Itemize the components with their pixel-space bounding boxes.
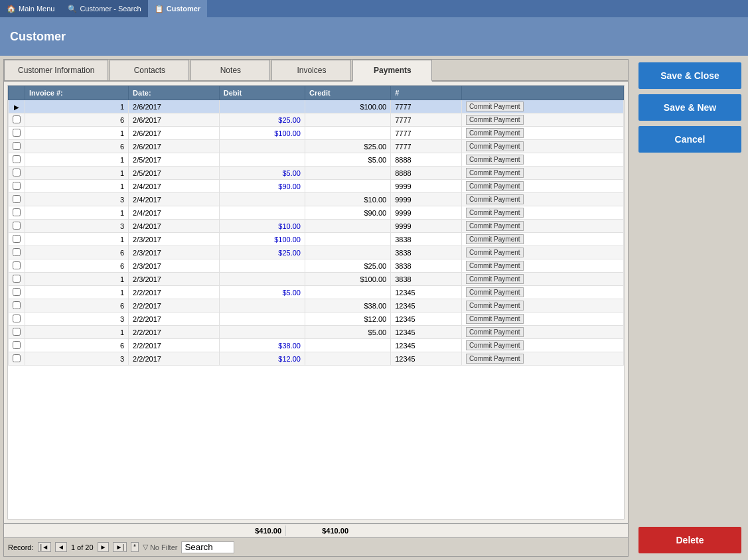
table-row[interactable]: 12/2/2017$5.0012345Commit Payment bbox=[9, 286, 624, 299]
row-action[interactable]: Commit Payment bbox=[461, 273, 623, 286]
row-action[interactable]: Commit Payment bbox=[461, 140, 623, 153]
row-selector[interactable] bbox=[9, 259, 25, 273]
row-action[interactable]: Commit Payment bbox=[461, 259, 623, 273]
commit-payment-button[interactable]: Commit Payment bbox=[466, 128, 524, 138]
row-action[interactable]: Commit Payment bbox=[461, 220, 623, 233]
row-selector[interactable] bbox=[9, 206, 25, 220]
row-checkbox[interactable] bbox=[13, 328, 21, 336]
tab-customer-search[interactable]: 🔍 Customer - Search bbox=[61, 0, 147, 17]
row-selector[interactable] bbox=[9, 339, 25, 352]
commit-payment-button[interactable]: Commit Payment bbox=[466, 234, 524, 244]
table-row[interactable]: 62/3/2017$25.003838Commit Payment bbox=[9, 259, 624, 273]
row-selector[interactable] bbox=[9, 299, 25, 313]
row-action[interactable]: Commit Payment bbox=[461, 246, 623, 259]
table-row[interactable]: 62/3/2017$25.003838Commit Payment bbox=[9, 246, 624, 259]
row-action[interactable]: Commit Payment bbox=[461, 100, 623, 113]
delete-button[interactable]: Delete bbox=[638, 527, 741, 553]
commit-payment-button[interactable]: Commit Payment bbox=[466, 247, 524, 257]
tab-payments[interactable]: Payments bbox=[352, 60, 432, 82]
search-input[interactable] bbox=[181, 541, 234, 553]
row-checkbox[interactable] bbox=[13, 288, 21, 296]
row-checkbox[interactable] bbox=[13, 142, 21, 150]
tab-invoices[interactable]: Invoices bbox=[271, 60, 351, 80]
row-checkbox[interactable] bbox=[13, 129, 21, 137]
table-row[interactable]: 12/4/2017$90.009999Commit Payment bbox=[9, 206, 624, 220]
tab-contacts[interactable]: Contacts bbox=[110, 60, 189, 80]
nav-prev[interactable]: ◄ bbox=[55, 542, 67, 552]
row-selector[interactable] bbox=[9, 273, 25, 286]
row-action[interactable]: Commit Payment bbox=[461, 206, 623, 220]
commit-payment-button[interactable]: Commit Payment bbox=[466, 261, 524, 271]
row-selector[interactable] bbox=[9, 286, 25, 299]
commit-payment-button[interactable]: Commit Payment bbox=[466, 208, 524, 218]
table-row[interactable]: 12/2/2017$5.0012345Commit Payment bbox=[9, 326, 624, 339]
row-action[interactable]: Commit Payment bbox=[461, 286, 623, 299]
row-checkbox[interactable] bbox=[13, 155, 21, 163]
table-row[interactable]: 62/6/2017$25.007777Commit Payment bbox=[9, 140, 624, 153]
row-action[interactable]: Commit Payment bbox=[461, 153, 623, 167]
commit-payment-button[interactable]: Commit Payment bbox=[466, 274, 524, 284]
row-selector[interactable] bbox=[9, 220, 25, 233]
table-row[interactable]: 12/3/2017$100.003838Commit Payment bbox=[9, 273, 624, 286]
nav-last[interactable]: ►| bbox=[113, 542, 127, 552]
payments-table-container[interactable]: Invoice #: Date: Debit Credit # ▶12/6/20… bbox=[7, 85, 625, 520]
table-row[interactable]: 32/2/2017$12.0012345Commit Payment bbox=[9, 313, 624, 326]
tab-customer-info[interactable]: Customer Information bbox=[4, 60, 108, 80]
row-checkbox[interactable] bbox=[13, 341, 21, 349]
commit-payment-button[interactable]: Commit Payment bbox=[466, 194, 524, 204]
commit-payment-button[interactable]: Commit Payment bbox=[466, 314, 524, 324]
row-action[interactable]: Commit Payment bbox=[461, 339, 623, 352]
row-checkbox[interactable] bbox=[13, 115, 21, 123]
commit-payment-button[interactable]: Commit Payment bbox=[466, 340, 524, 350]
row-selector[interactable] bbox=[9, 326, 25, 339]
row-checkbox[interactable] bbox=[13, 195, 21, 203]
row-checkbox[interactable] bbox=[13, 315, 21, 322]
row-selector[interactable] bbox=[9, 113, 25, 127]
table-row[interactable]: 32/2/2017$12.0012345Commit Payment bbox=[9, 352, 624, 366]
row-selector[interactable] bbox=[9, 233, 25, 246]
row-checkbox[interactable] bbox=[13, 354, 21, 362]
row-action[interactable]: Commit Payment bbox=[461, 326, 623, 339]
commit-payment-button[interactable]: Commit Payment bbox=[466, 181, 524, 191]
row-action[interactable]: Commit Payment bbox=[461, 193, 623, 206]
row-selector[interactable] bbox=[9, 246, 25, 259]
row-checkbox[interactable] bbox=[13, 261, 21, 269]
table-row[interactable]: 62/2/2017$38.0012345Commit Payment bbox=[9, 339, 624, 352]
row-checkbox[interactable] bbox=[13, 248, 21, 256]
save-new-button[interactable]: Save & New bbox=[638, 94, 741, 121]
row-selector[interactable] bbox=[9, 167, 25, 180]
row-checkbox[interactable] bbox=[13, 182, 21, 190]
row-action[interactable]: Commit Payment bbox=[461, 313, 623, 326]
row-selector[interactable] bbox=[9, 140, 25, 153]
table-row[interactable]: 62/6/2017$25.007777Commit Payment bbox=[9, 113, 624, 127]
commit-payment-button[interactable]: Commit Payment bbox=[466, 354, 524, 364]
row-checkbox[interactable] bbox=[13, 235, 21, 243]
commit-payment-button[interactable]: Commit Payment bbox=[466, 301, 524, 311]
row-checkbox[interactable] bbox=[13, 222, 21, 230]
commit-payment-button[interactable]: Commit Payment bbox=[466, 221, 524, 231]
row-selector[interactable] bbox=[9, 352, 25, 366]
save-close-button[interactable]: Save & Close bbox=[638, 62, 741, 89]
row-action[interactable]: Commit Payment bbox=[461, 180, 623, 193]
commit-payment-button[interactable]: Commit Payment bbox=[466, 327, 524, 337]
row-checkbox[interactable] bbox=[13, 301, 21, 309]
row-selector[interactable] bbox=[9, 127, 25, 140]
nav-first[interactable]: |◄ bbox=[38, 542, 52, 552]
table-row[interactable]: 12/4/2017$90.009999Commit Payment bbox=[9, 180, 624, 193]
row-selector[interactable] bbox=[9, 180, 25, 193]
table-row[interactable]: ▶12/6/2017$100.007777Commit Payment bbox=[9, 100, 624, 113]
table-row[interactable]: 32/4/2017$10.009999Commit Payment bbox=[9, 193, 624, 206]
row-action[interactable]: Commit Payment bbox=[461, 233, 623, 246]
row-selector[interactable] bbox=[9, 153, 25, 167]
row-action[interactable]: Commit Payment bbox=[461, 299, 623, 313]
row-action[interactable]: Commit Payment bbox=[461, 352, 623, 366]
row-action[interactable]: Commit Payment bbox=[461, 113, 623, 127]
table-row[interactable]: 12/5/2017$5.008888Commit Payment bbox=[9, 167, 624, 180]
row-selector[interactable] bbox=[9, 193, 25, 206]
commit-payment-button[interactable]: Commit Payment bbox=[466, 115, 524, 125]
nav-next[interactable]: ► bbox=[98, 542, 110, 552]
commit-payment-button[interactable]: Commit Payment bbox=[466, 168, 524, 178]
nav-new[interactable]: * bbox=[131, 542, 139, 552]
row-selector[interactable] bbox=[9, 313, 25, 326]
table-row[interactable]: 12/6/2017$100.007777Commit Payment bbox=[9, 127, 624, 140]
